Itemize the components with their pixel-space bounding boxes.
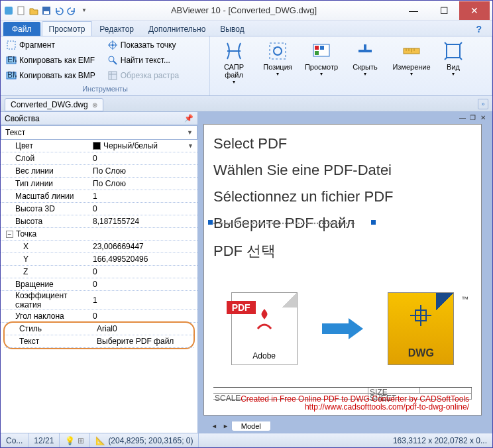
window-title: ABViewer 10 - [Converted_DWG.dwg]	[89, 5, 398, 15]
canvas-text-2: Wählen Sie eine PDF-Datei	[213, 162, 392, 179]
prop-val[interactable]: 1	[90, 192, 197, 201]
label: Копировать как EMF	[19, 56, 95, 65]
redo-icon[interactable]	[66, 5, 77, 16]
prop-val[interactable]: 0	[90, 267, 197, 276]
canvas-text-1: Select PDF	[213, 135, 287, 152]
undo-icon[interactable]	[54, 5, 64, 16]
label: Вид	[447, 63, 460, 71]
layout-prev-icon[interactable]: ◄	[209, 423, 220, 429]
pdf-badge: PDF	[227, 301, 256, 314]
prop-key: Коэффициент сжатия	[1, 291, 90, 309]
prop-val[interactable]: 0	[90, 280, 197, 289]
btn-cad-file[interactable]: САПР файл▾	[213, 38, 255, 94]
btn-show-point[interactable]: Показать точку	[105, 38, 182, 52]
svg-rect-0	[5, 7, 13, 15]
svg-rect-3	[44, 11, 49, 14]
dwg-icon: DWG	[388, 292, 454, 365]
prop-val[interactable]: 0	[90, 154, 197, 163]
ribbon-tabs: Файл Просмотр Редактор Дополнительно Выв…	[1, 21, 492, 36]
minimize-button[interactable]: —	[398, 1, 429, 20]
tab-file[interactable]: Файл	[3, 22, 40, 36]
prop-val[interactable]: По Слою	[90, 166, 197, 176]
tab-overflow-icon[interactable]: »	[478, 99, 488, 109]
prop-key: Вес линии	[1, 166, 90, 176]
highlight-annotation: СтильArial0 ТекстВыберите PDF файл	[3, 321, 195, 349]
prop-val[interactable]: По Слою	[90, 179, 197, 188]
prop-key: Угол наклона	[1, 311, 90, 321]
prop-val[interactable]: 23,006669447	[90, 242, 197, 251]
mdi-controls: — ❐ ✕	[198, 112, 492, 124]
prop-val[interactable]: Выберите PDF файл	[94, 337, 193, 346]
btn-viewport[interactable]: Вид▾	[437, 38, 470, 94]
group-toggle[interactable]: −Точка	[1, 229, 90, 239]
folded-corner	[436, 293, 453, 310]
label: Позиция	[263, 63, 292, 71]
qat-dropdown-icon[interactable]: ▼	[79, 5, 89, 16]
grid-icon[interactable]: ⊞	[78, 436, 84, 445]
color-cell[interactable]: Черный/белый▼	[93, 141, 197, 150]
prop-val[interactable]: 0	[90, 311, 197, 321]
doc-tab-label: Converted_DWG.dwg	[11, 100, 88, 109]
svg-rect-15	[109, 72, 117, 80]
btn-fragment[interactable]: Фрагмент	[3, 38, 98, 52]
mdi-restore-icon[interactable]: ❐	[470, 114, 478, 122]
prop-val[interactable]: 1	[90, 296, 197, 305]
label: Обрезка растра	[121, 71, 180, 80]
ribbon-group-tools: Фрагмент EMFКопировать как EMF BMPКопиро…	[1, 36, 210, 95]
mdi-close-icon[interactable]: ✕	[480, 114, 488, 122]
statusbar: Co... 12/21 💡 ⊞ 📐 (204,8295; 200,3165; 0…	[1, 433, 492, 447]
model-tab[interactable]: Model	[231, 421, 271, 431]
prop-val[interactable]: Arial0	[94, 324, 193, 333]
close-tab-icon[interactable]: ⊗	[92, 101, 97, 109]
tab-view[interactable]: Просмотр	[42, 21, 93, 36]
dropdown-icon: ▼	[187, 129, 193, 136]
prop-val[interactable]: 166,499520496	[90, 254, 197, 264]
coords-value: (204,8295; 200,3165; 0)	[108, 436, 193, 445]
btn-find-text[interactable]: Найти текст...	[105, 53, 182, 68]
window-controls: — ☐ ✕	[398, 1, 490, 20]
object-type-select[interactable]: Текст ▼	[1, 125, 197, 140]
prop-val[interactable]: 0	[90, 204, 197, 213]
object-type-value: Текст	[5, 128, 25, 137]
tab-output[interactable]: Вывод	[213, 21, 251, 36]
svg-rect-22	[315, 51, 319, 55]
label: Копировать как BMP	[19, 71, 95, 80]
status-cmd: Co...	[1, 433, 28, 447]
mdi-minimize-icon[interactable]: —	[459, 114, 467, 122]
save-icon[interactable]	[41, 5, 52, 16]
btn-hide[interactable]: Скрыть▾	[344, 38, 386, 94]
lightbulb-icon[interactable]: 💡	[65, 436, 75, 445]
prop-key: Высота	[1, 217, 90, 226]
layout-tabs: ◄ ► Model	[198, 420, 492, 433]
selection-handle[interactable]	[208, 220, 213, 225]
help-button[interactable]: ?	[472, 23, 486, 36]
drawing-canvas[interactable]: Select PDF Wählen Sie eine PDF-Datei Sél…	[203, 124, 482, 416]
svg-rect-16	[270, 43, 286, 59]
btn-measure[interactable]: Измерение▾	[388, 38, 435, 94]
maximize-button[interactable]: ☐	[429, 1, 459, 20]
svg-point-13	[109, 56, 114, 62]
tab-editor[interactable]: Редактор	[92, 21, 141, 36]
layout-next-icon[interactable]: ►	[220, 423, 231, 429]
prop-val: Черный/белый	[103, 141, 158, 150]
canvas-text-5: PDF 선택	[213, 241, 276, 261]
btn-position[interactable]: Позиция▾	[256, 38, 299, 94]
tab-extra[interactable]: Дополнительно	[141, 21, 213, 36]
open-icon[interactable]	[28, 5, 39, 16]
svg-rect-4	[7, 41, 15, 49]
label: Скрыть	[353, 63, 378, 71]
close-button[interactable]: ✕	[459, 1, 490, 20]
pin-icon[interactable]: 📌	[184, 114, 193, 123]
tb-size: SIZE	[368, 388, 420, 393]
document-tab[interactable]: Converted_DWG.dwg ⊗	[5, 98, 103, 111]
prop-val[interactable]: 8,187155724	[90, 217, 197, 226]
new-doc-icon[interactable]	[16, 5, 27, 16]
ribbon: Фрагмент EMFКопировать как EMF BMPКопиро…	[1, 36, 492, 96]
btn-copy-emf[interactable]: EMFКопировать как EMF	[3, 53, 98, 68]
prop-key: Высота 3D	[1, 204, 90, 213]
main-area: Свойства 📌 Текст ▼ ЦветЧерный/белый▼ Сло…	[1, 112, 492, 433]
btn-trim-raster[interactable]: Обрезка растра	[105, 68, 182, 83]
btn-copy-bmp[interactable]: BMPКопировать как BMP	[3, 68, 98, 83]
btn-view[interactable]: Просмотр▾	[300, 38, 343, 94]
selection-handle[interactable]	[371, 220, 376, 225]
